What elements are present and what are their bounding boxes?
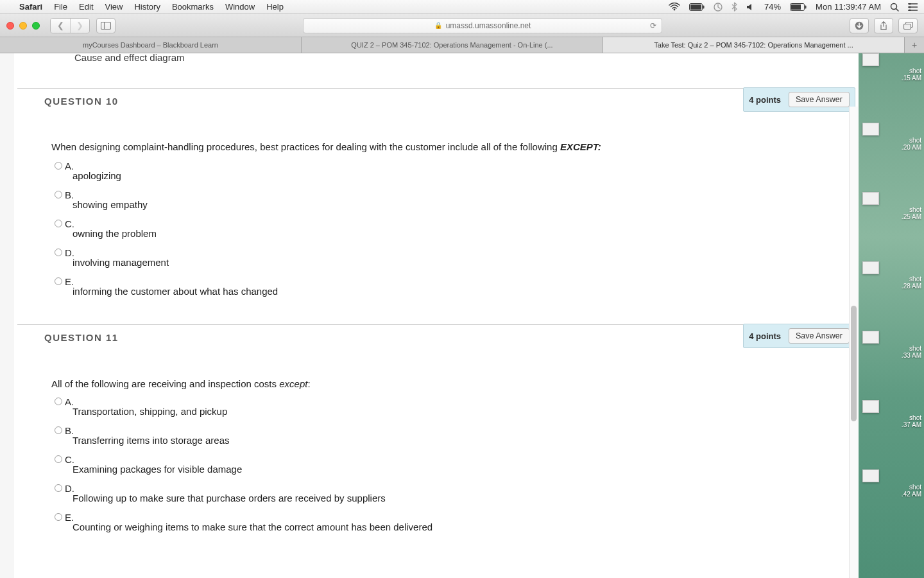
- points-label: 4 points: [749, 331, 781, 341]
- zoom-window-button[interactable]: [32, 22, 40, 30]
- radio-q11-c[interactable]: [55, 455, 62, 463]
- question-title: QUESTION 11: [17, 332, 119, 343]
- svg-rect-6: [805, 5, 807, 8]
- save-answer-button[interactable]: Save Answer: [789, 92, 850, 107]
- volume-icon[interactable]: [746, 3, 755, 11]
- radio-q11-d[interactable]: [55, 484, 62, 492]
- radio-q11-a[interactable]: [55, 398, 62, 405]
- timemachine-icon[interactable]: [714, 3, 723, 12]
- reload-button[interactable]: ⟳: [650, 21, 656, 30]
- mac-menubar: Safari File Edit View History Bookmarks …: [0, 0, 924, 14]
- points-label: 4 points: [749, 95, 781, 105]
- tab-strip: myCourses Dashboard – Blackboard Learn Q…: [0, 37, 924, 53]
- q11-option-a[interactable]: A. Transportation, shipping, and pickup: [55, 397, 821, 417]
- svg-line-9: [896, 8, 899, 11]
- url-host: umassd.umassonline.net: [446, 21, 531, 30]
- notification-center-icon[interactable]: [908, 3, 918, 11]
- q10-option-e[interactable]: E. informing the customer about what has…: [55, 277, 821, 297]
- q10-option-a[interactable]: A. apologizing: [55, 161, 821, 181]
- safari-toolbar: ❮ ❯ 🔒 umassd.umassonline.net ⟳: [0, 14, 924, 37]
- menubar-item[interactable]: View: [105, 2, 123, 12]
- browser-tab[interactable]: QUIZ 2 – POM 345-7102: Operations Manage…: [302, 37, 603, 53]
- menubar-item[interactable]: History: [134, 2, 160, 12]
- close-window-button[interactable]: [6, 22, 14, 30]
- question-title: QUESTION 10: [17, 96, 119, 107]
- address-bar[interactable]: 🔒 umassd.umassonline.net ⟳: [303, 18, 662, 33]
- file-thumb-icon: [862, 261, 879, 274]
- menubar-item[interactable]: File: [54, 2, 67, 12]
- svg-rect-7: [791, 4, 801, 10]
- svg-point-0: [674, 9, 676, 11]
- lock-icon: 🔒: [434, 22, 442, 29]
- q10-option-d[interactable]: D. involving management: [55, 248, 821, 268]
- radio-q10-e[interactable]: [55, 277, 62, 285]
- browser-tab-active[interactable]: Take Test: Quiz 2 – POM 345-7102: Operat…: [603, 37, 905, 53]
- question-controls: 4 points Save Answer: [743, 324, 855, 348]
- radio-q11-b[interactable]: [55, 426, 62, 434]
- question-11-header: QUESTION 11 4 points Save Answer: [17, 324, 855, 350]
- file-thumb-icon: [862, 469, 879, 482]
- svg-rect-2: [703, 5, 705, 8]
- menubar-app[interactable]: Safari: [19, 2, 42, 12]
- file-thumb-icon: [862, 192, 879, 205]
- menubar-item[interactable]: Help: [266, 2, 284, 12]
- q10-option-c[interactable]: C. owning the problem: [55, 219, 821, 239]
- forward-button[interactable]: ❯: [70, 19, 89, 33]
- q11-option-e[interactable]: E. Counting or weighing items to make su…: [55, 512, 821, 532]
- svg-rect-3: [690, 4, 701, 10]
- question-controls: 4 points Save Answer: [743, 87, 855, 112]
- svg-point-13: [909, 3, 911, 5]
- battery-icon[interactable]: [790, 3, 807, 11]
- q10-option-b[interactable]: B. showing empathy: [55, 190, 821, 210]
- tabs-overview-button[interactable]: [898, 18, 918, 33]
- radio-q10-d[interactable]: [55, 249, 62, 256]
- browser-tab[interactable]: myCourses Dashboard – Blackboard Learn: [0, 37, 302, 53]
- file-thumb-icon: [862, 123, 879, 136]
- question-10-header: QUESTION 10 4 points Save Answer: [17, 88, 855, 114]
- window-controls: [6, 22, 40, 30]
- svg-rect-16: [101, 22, 111, 29]
- svg-rect-20: [903, 24, 911, 29]
- desktop-sliver: shot.15 AM shot.20 AM shot.25 AM shot.28…: [859, 53, 924, 578]
- sidebar-toggle-button[interactable]: [96, 18, 116, 33]
- spotlight-icon[interactable]: [890, 3, 899, 12]
- wifi-icon[interactable]: [669, 3, 680, 11]
- file-thumb-icon: [862, 331, 879, 344]
- svg-point-14: [909, 6, 911, 8]
- radio-q10-a[interactable]: [55, 162, 62, 170]
- battery-percent: 74%: [764, 2, 781, 12]
- page-viewport: Cause and effect diagram QUESTION 10 4 p…: [0, 53, 924, 578]
- q11-option-b[interactable]: B. Transferring items into storage areas: [55, 426, 821, 446]
- menubar-item[interactable]: Edit: [79, 2, 93, 12]
- back-button[interactable]: ❮: [51, 19, 70, 33]
- menubar-item[interactable]: Bookmarks: [172, 2, 214, 12]
- menubar-item[interactable]: Window: [225, 2, 255, 12]
- battery-status-icon[interactable]: [689, 3, 705, 11]
- minimize-window-button[interactable]: [19, 22, 27, 30]
- file-thumb-icon: [862, 400, 879, 413]
- q11-option-d[interactable]: D. Following up to make sure that purcha…: [55, 484, 821, 504]
- scrollbar-thumb[interactable]: [851, 306, 857, 421]
- file-thumb-icon: [862, 53, 879, 66]
- question-11-prompt: All of the following are receiving and i…: [51, 378, 821, 390]
- vertical-scrollbar[interactable]: [849, 107, 858, 578]
- save-answer-button[interactable]: Save Answer: [789, 328, 850, 344]
- radio-q10-c[interactable]: [55, 220, 62, 227]
- radio-q11-e[interactable]: [55, 513, 62, 521]
- downloads-button[interactable]: [850, 18, 869, 33]
- menubar-clock[interactable]: Mon 11:39:47 AM: [816, 2, 881, 12]
- svg-point-15: [909, 9, 911, 11]
- new-tab-button[interactable]: +: [905, 37, 924, 53]
- question-10-prompt: When designing complaint-handling proced…: [51, 141, 821, 153]
- q11-option-c[interactable]: C. Examining packages for visible damage: [55, 455, 821, 475]
- share-button[interactable]: [874, 18, 893, 33]
- prev-question-fragment: Cause and effect diagram: [74, 53, 185, 63]
- radio-q10-b[interactable]: [55, 191, 62, 198]
- nav-back-forward: ❮ ❯: [50, 18, 90, 33]
- bluetooth-icon[interactable]: [732, 2, 737, 12]
